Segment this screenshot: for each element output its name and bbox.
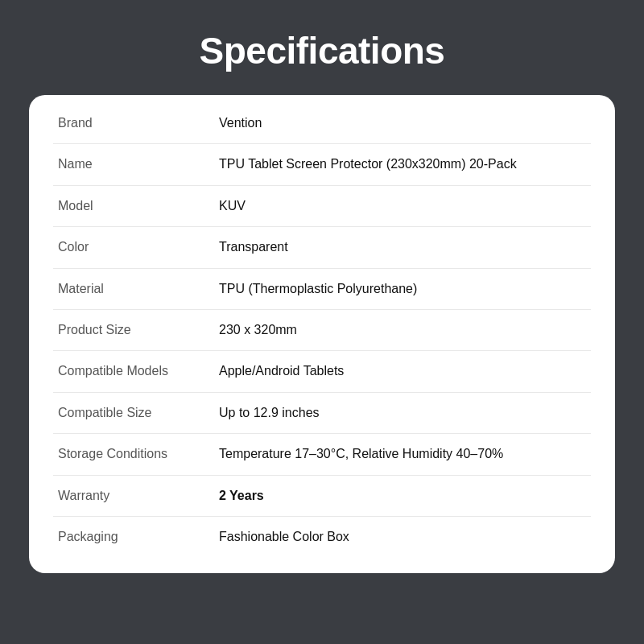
table-row: Warranty2 Years bbox=[53, 475, 591, 516]
spec-value: Fashionable Color Box bbox=[214, 516, 591, 557]
spec-value: TPU (Thermoplastic Polyurethane) bbox=[214, 268, 591, 309]
table-row: PackagingFashionable Color Box bbox=[53, 516, 591, 557]
spec-label: Compatible Models bbox=[53, 351, 214, 392]
spec-label: Product Size bbox=[53, 309, 214, 350]
table-row: BrandVention bbox=[53, 103, 591, 144]
spec-label: Warranty bbox=[53, 475, 214, 516]
table-row: MaterialTPU (Thermoplastic Polyurethane) bbox=[53, 268, 591, 309]
spec-label: Storage Conditions bbox=[53, 434, 214, 475]
spec-label: Material bbox=[53, 268, 214, 309]
table-row: ModelKUV bbox=[53, 185, 591, 226]
page-title: Specifications bbox=[200, 29, 445, 72]
spec-value: Temperature 17–30°C, Relative Humidity 4… bbox=[214, 434, 591, 475]
spec-label: Model bbox=[53, 185, 214, 226]
spec-table: BrandVentionNameTPU Tablet Screen Protec… bbox=[53, 103, 591, 557]
spec-label: Packaging bbox=[53, 516, 214, 557]
table-row: Storage ConditionsTemperature 17–30°C, R… bbox=[53, 434, 591, 475]
spec-label: Compatible Size bbox=[53, 392, 214, 433]
table-row: NameTPU Tablet Screen Protector (230x320… bbox=[53, 144, 591, 185]
spec-value: Apple/Android Tablets bbox=[214, 351, 591, 392]
spec-value: 230 x 320mm bbox=[214, 309, 591, 350]
spec-label: Brand bbox=[53, 103, 214, 144]
table-row: Compatible ModelsApple/Android Tablets bbox=[53, 351, 591, 392]
table-row: Product Size230 x 320mm bbox=[53, 309, 591, 350]
spec-value: 2 Years bbox=[214, 475, 591, 516]
spec-value: Up to 12.9 inches bbox=[214, 392, 591, 433]
spec-card: BrandVentionNameTPU Tablet Screen Protec… bbox=[29, 95, 615, 573]
spec-value: TPU Tablet Screen Protector (230x320mm) … bbox=[214, 144, 591, 185]
spec-value: Transparent bbox=[214, 227, 591, 268]
spec-value: KUV bbox=[214, 185, 591, 226]
spec-value: Vention bbox=[214, 103, 591, 144]
spec-label: Color bbox=[53, 227, 214, 268]
table-row: Compatible SizeUp to 12.9 inches bbox=[53, 392, 591, 433]
spec-label: Name bbox=[53, 144, 214, 185]
table-row: ColorTransparent bbox=[53, 227, 591, 268]
